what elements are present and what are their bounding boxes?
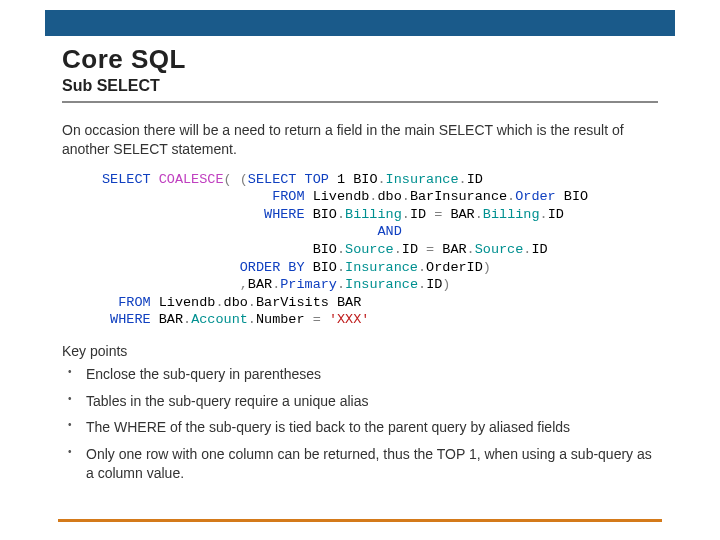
list-item: The WHERE of the sub-query is tied back … [66,418,658,437]
intro-text: On occasion there will be a need to retu… [62,121,658,159]
list-item: Tables in the sub-query require a unique… [66,392,658,411]
sql-code: SELECT COALESCE( (SELECT TOP 1 BIO.Insur… [102,171,658,329]
footer-rule [58,519,662,522]
keypoints-label: Key points [62,343,658,359]
list-item: Only one row with one column can be retu… [66,445,658,483]
header-bar [45,10,675,36]
title-rule [62,101,658,103]
list-item: Enclose the sub-query in parentheses [66,365,658,384]
slide-content: Core SQL Sub SELECT On occasion there wi… [62,44,658,491]
slide-title: Core SQL [62,44,658,75]
slide-subtitle: Sub SELECT [62,77,658,95]
keypoints-list: Enclose the sub-query in parentheses Tab… [62,365,658,483]
